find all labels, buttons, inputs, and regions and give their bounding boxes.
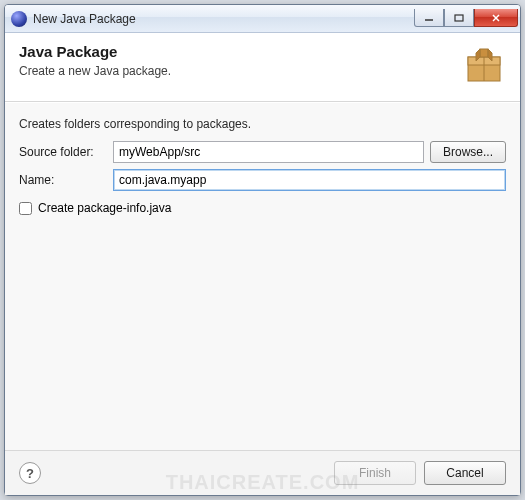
help-icon: ?: [26, 466, 34, 481]
source-folder-row: Source folder: Browse...: [19, 141, 506, 163]
content-area: Creates folders corresponding to package…: [5, 102, 520, 450]
create-package-info-label[interactable]: Create package-info.java: [38, 201, 171, 215]
window-title: New Java Package: [33, 12, 414, 26]
package-info-row: Create package-info.java: [19, 201, 506, 215]
svg-rect-1: [455, 15, 463, 21]
hint-text: Creates folders corresponding to package…: [19, 117, 506, 131]
finish-button[interactable]: Finish: [334, 461, 416, 485]
source-folder-label: Source folder:: [19, 145, 107, 159]
app-icon: [11, 11, 27, 27]
titlebar[interactable]: New Java Package: [5, 5, 520, 33]
source-folder-input[interactable]: [113, 141, 424, 163]
package-icon: [462, 43, 506, 87]
create-package-info-checkbox[interactable]: [19, 202, 32, 215]
cancel-button[interactable]: Cancel: [424, 461, 506, 485]
header-subtitle: Create a new Java package.: [19, 64, 171, 78]
svg-rect-7: [480, 49, 488, 57]
header-title: Java Package: [19, 43, 171, 60]
name-input[interactable]: [113, 169, 506, 191]
name-label: Name:: [19, 173, 107, 187]
window-buttons: [414, 10, 518, 27]
dialog-window: New Java Package Java Package Create a n…: [4, 4, 521, 496]
name-row: Name:: [19, 169, 506, 191]
close-button[interactable]: [474, 9, 518, 27]
footer: ? Finish Cancel: [5, 450, 520, 495]
minimize-button[interactable]: [414, 9, 444, 27]
maximize-button[interactable]: [444, 9, 474, 27]
header-panel: Java Package Create a new Java package.: [5, 33, 520, 102]
browse-button[interactable]: Browse...: [430, 141, 506, 163]
help-button[interactable]: ?: [19, 462, 41, 484]
